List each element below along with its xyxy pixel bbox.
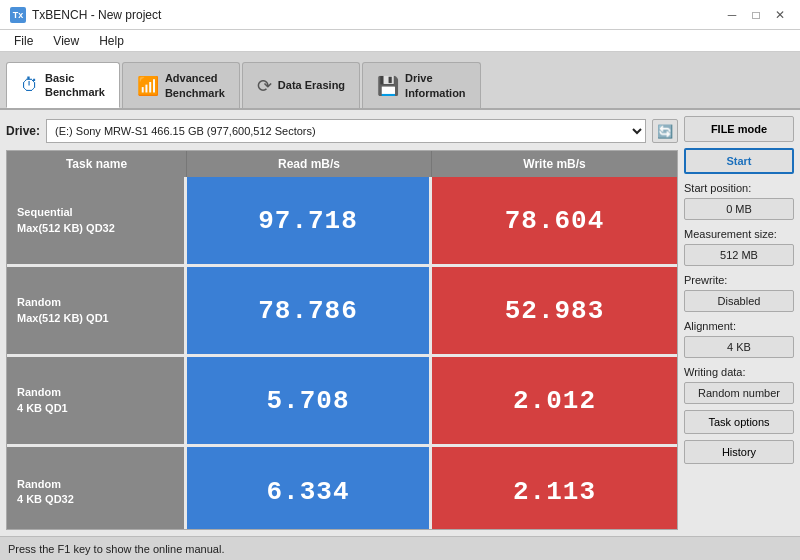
prewrite-value: Disabled bbox=[684, 290, 794, 312]
read-random-4kb-qd1: 5.708 bbox=[187, 357, 432, 444]
writing-data-value: Random number bbox=[684, 382, 794, 404]
toolbar: ⏱ BasicBenchmark 📶 AdvancedBenchmark ⟳ D… bbox=[0, 52, 800, 110]
menu-file[interactable]: File bbox=[6, 32, 41, 50]
task-random-512kb-qd1: RandomMax(512 KB) QD1 bbox=[7, 267, 187, 354]
status-text: Press the F1 key to show the online manu… bbox=[8, 543, 224, 555]
table-row: Random4 KB QD32 6.334 2.113 bbox=[7, 447, 677, 530]
write-sequential-qd32: 78.604 bbox=[432, 177, 677, 264]
measurement-size-value: 512 MB bbox=[684, 244, 794, 266]
tab-drive-information[interactable]: 💾 DriveInformation bbox=[362, 62, 481, 108]
task-sequential-qd32: SequentialMax(512 KB) QD32 bbox=[7, 177, 187, 264]
start-button[interactable]: Start bbox=[684, 148, 794, 174]
drive-refresh-button[interactable]: 🔄 bbox=[652, 119, 678, 143]
app-icon: Tx bbox=[10, 7, 26, 23]
window-title: TxBENCH - New project bbox=[32, 8, 161, 22]
prewrite-label: Prewrite: bbox=[684, 274, 794, 286]
alignment-value: 4 KB bbox=[684, 336, 794, 358]
status-bar: Press the F1 key to show the online manu… bbox=[0, 536, 800, 560]
timer-icon: ⏱ bbox=[21, 75, 39, 96]
chart-icon: 📶 bbox=[137, 75, 159, 97]
writing-data-label: Writing data: bbox=[684, 366, 794, 378]
right-panel: FILE mode Start Start position: 0 MB Mea… bbox=[684, 116, 794, 530]
task-random-4kb-qd1: Random4 KB QD1 bbox=[7, 357, 187, 444]
drive-row: Drive: (E:) Sony MRW-S1 466.15 GB (977,6… bbox=[6, 116, 678, 146]
header-task: Task name bbox=[7, 151, 187, 177]
table-row: SequentialMax(512 KB) QD32 97.718 78.604 bbox=[7, 177, 677, 267]
measurement-size-label: Measurement size: bbox=[684, 228, 794, 240]
start-position-label: Start position: bbox=[684, 182, 794, 194]
table-row: RandomMax(512 KB) QD1 78.786 52.983 bbox=[7, 267, 677, 357]
drive-select[interactable]: (E:) Sony MRW-S1 466.15 GB (977,600,512 … bbox=[46, 119, 646, 143]
write-random-4kb-qd32: 2.113 bbox=[432, 447, 677, 530]
window-controls: ─ □ ✕ bbox=[722, 6, 790, 24]
file-mode-button[interactable]: FILE mode bbox=[684, 116, 794, 142]
main-content: Drive: (E:) Sony MRW-S1 466.15 GB (977,6… bbox=[0, 110, 800, 536]
benchmark-table: Task name Read mB/s Write mB/s Sequentia… bbox=[6, 150, 678, 530]
write-random-4kb-qd1: 2.012 bbox=[432, 357, 677, 444]
drive-icon: 💾 bbox=[377, 75, 399, 97]
maximize-button[interactable]: □ bbox=[746, 6, 766, 24]
close-button[interactable]: ✕ bbox=[770, 6, 790, 24]
write-random-512kb-qd1: 52.983 bbox=[432, 267, 677, 354]
table-row: Random4 KB QD1 5.708 2.012 bbox=[7, 357, 677, 447]
minimize-button[interactable]: ─ bbox=[722, 6, 742, 24]
task-random-4kb-qd32: Random4 KB QD32 bbox=[7, 447, 187, 530]
menu-help[interactable]: Help bbox=[91, 32, 132, 50]
task-options-button[interactable]: Task options bbox=[684, 410, 794, 434]
menu-view[interactable]: View bbox=[45, 32, 87, 50]
history-button[interactable]: History bbox=[684, 440, 794, 464]
table-header: Task name Read mB/s Write mB/s bbox=[7, 151, 677, 177]
start-position-value: 0 MB bbox=[684, 198, 794, 220]
erasing-icon: ⟳ bbox=[257, 75, 272, 97]
title-bar: Tx TxBENCH - New project ─ □ ✕ bbox=[0, 0, 800, 30]
header-write: Write mB/s bbox=[432, 151, 677, 177]
drive-label: Drive: bbox=[6, 124, 40, 138]
read-random-512kb-qd1: 78.786 bbox=[187, 267, 432, 354]
menu-bar: File View Help bbox=[0, 30, 800, 52]
title-left: Tx TxBENCH - New project bbox=[10, 7, 161, 23]
read-random-4kb-qd32: 6.334 bbox=[187, 447, 432, 530]
tab-data-erasing[interactable]: ⟳ Data Erasing bbox=[242, 62, 360, 108]
alignment-label: Alignment: bbox=[684, 320, 794, 332]
read-sequential-qd32: 97.718 bbox=[187, 177, 432, 264]
tab-advanced-benchmark[interactable]: 📶 AdvancedBenchmark bbox=[122, 62, 240, 108]
header-read: Read mB/s bbox=[187, 151, 432, 177]
tab-basic-benchmark[interactable]: ⏱ BasicBenchmark bbox=[6, 62, 120, 108]
left-panel: Drive: (E:) Sony MRW-S1 466.15 GB (977,6… bbox=[6, 116, 678, 530]
